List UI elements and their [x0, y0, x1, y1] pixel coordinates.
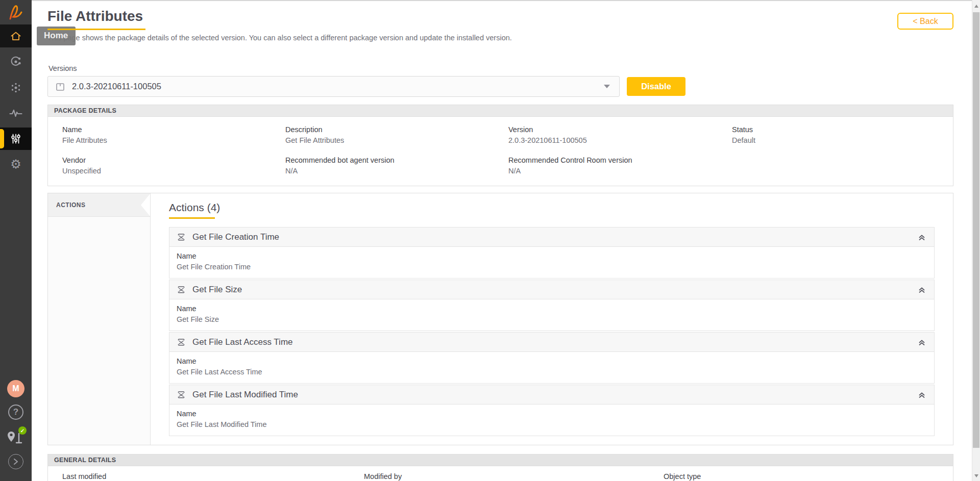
- action-card-body: Name Get File Last Access Time: [169, 352, 935, 384]
- action-card-header[interactable]: Get File Creation Time: [169, 227, 935, 247]
- collapse-icon[interactable]: [918, 233, 926, 241]
- devices-icon: [10, 82, 22, 94]
- collapse-icon[interactable]: [918, 286, 926, 294]
- vertical-scrollbar[interactable]: [972, 0, 980, 481]
- hourglass-icon: [177, 390, 186, 399]
- collapse-icon[interactable]: [918, 391, 926, 399]
- action-card: Get File Creation Time Name Get File Cre…: [169, 227, 935, 279]
- actions-heading: Actions (4): [169, 201, 220, 214]
- action-card-body: Name Get File Creation Time: [169, 247, 935, 279]
- check-badge-icon: ✓: [18, 426, 27, 435]
- field-vendor: Vendor Unspecified: [62, 156, 285, 175]
- migration-button[interactable]: ✓: [6, 429, 26, 448]
- chevron-right-icon: [13, 458, 19, 465]
- action-card-header[interactable]: Get File Last Modified Time: [169, 385, 935, 404]
- selected-indicator: [0, 129, 4, 148]
- hourglass-icon: [177, 233, 186, 242]
- scrollbar-thumb[interactable]: [973, 12, 979, 448]
- collapse-icon[interactable]: [918, 338, 926, 346]
- action-card: Get File Last Access Time Name Get File …: [169, 332, 935, 384]
- package-details-section: PACKAGE DETAILS Name File Attributes Des…: [47, 105, 953, 186]
- action-card-header[interactable]: Get File Last Access Time: [169, 332, 935, 352]
- sidebar-item-devices[interactable]: [0, 77, 32, 99]
- sidebar-item-administration[interactable]: ⚙: [0, 153, 32, 175]
- expand-sidebar-button[interactable]: [8, 454, 23, 469]
- sidebar-item-packages[interactable]: [0, 128, 32, 150]
- sidebar-item-activity[interactable]: [0, 102, 32, 124]
- field-description: Description Get File Attributes: [285, 125, 508, 145]
- title-underline: [47, 29, 145, 30]
- chevron-down-icon[interactable]: [604, 85, 610, 88]
- back-button[interactable]: < Back: [897, 13, 953, 30]
- page-title: File Attributes: [47, 8, 143, 24]
- last-modified-label: Last modified: [62, 472, 106, 480]
- actions-content: Actions (4) Get File Creation Time Name …: [151, 193, 953, 445]
- hourglass-icon: [177, 338, 186, 347]
- field-recommended-bot-agent: Recommended bot agent version N/A: [285, 156, 508, 175]
- page-top-border: [0, 0, 980, 1]
- tab-selected-notch: [141, 194, 150, 216]
- home-icon: [10, 30, 22, 42]
- hourglass-icon: [177, 285, 186, 294]
- help-button[interactable]: ?: [8, 404, 23, 420]
- general-details-section: GENERAL DETAILS Last modified Modified b…: [47, 454, 953, 481]
- gear-icon: ⚙: [10, 157, 21, 171]
- field-name: Name File Attributes: [62, 125, 285, 145]
- action-card: Get File Last Modified Time Name Get Fil…: [169, 385, 935, 436]
- scroll-up-arrow[interactable]: [974, 5, 978, 8]
- actions-tab-column: ACTIONS: [48, 193, 151, 445]
- general-details-body: Last modified Modified by Object type: [48, 466, 953, 481]
- version-select[interactable]: 2.0.3-20210611-100505: [47, 76, 620, 97]
- field-version: Version 2.0.3-20210611-100505: [508, 125, 732, 145]
- field-status: Status Default: [732, 125, 953, 145]
- actions-section: ACTIONS Actions (4) Get File Creation Ti…: [47, 193, 953, 445]
- selected-version: 2.0.3-20210611-100505: [72, 82, 161, 91]
- avatar-initial: M: [12, 384, 19, 393]
- sidebar-item-home[interactable]: [0, 24, 32, 47]
- package-details-grid: Name File Attributes Description Get Fil…: [48, 117, 953, 185]
- action-card-body: Name Get File Size: [169, 299, 935, 331]
- modified-by-label: Modified by: [364, 472, 402, 480]
- package-details-header: PACKAGE DETAILS: [48, 105, 953, 117]
- brand-a-icon: [7, 2, 25, 22]
- object-type-label: Object type: [664, 472, 701, 480]
- action-card-header[interactable]: Get File Size: [169, 280, 935, 299]
- field-recommended-control-room: Recommended Control Room version N/A: [508, 156, 732, 175]
- help-icon: ?: [13, 407, 18, 417]
- action-card: Get File Size Name Get File Size: [169, 280, 935, 331]
- page-description: This page shows the package details of t…: [47, 34, 512, 42]
- automation-anywhere-logo[interactable]: [0, 0, 32, 24]
- disable-button[interactable]: Disable: [627, 77, 685, 96]
- package-icon: [55, 82, 65, 92]
- general-details-header: GENERAL DETAILS: [48, 454, 953, 466]
- scroll-down-arrow[interactable]: [974, 474, 978, 477]
- user-avatar[interactable]: M: [7, 380, 24, 397]
- tab-actions[interactable]: ACTIONS: [48, 193, 150, 217]
- actions-heading-underline: [169, 217, 215, 219]
- sidebar: ⚙ M ? ✓: [0, 0, 32, 481]
- packages-icon: [10, 133, 21, 144]
- sidebar-item-automations[interactable]: [0, 50, 32, 73]
- action-card-body: Name Get File Last Modified Time: [169, 404, 935, 436]
- field-empty: [732, 156, 953, 175]
- automations-icon: [10, 56, 22, 68]
- versions-label: Versions: [48, 64, 77, 72]
- activity-icon: [9, 108, 22, 119]
- actions-list: Get File Creation Time Name Get File Cre…: [169, 227, 935, 437]
